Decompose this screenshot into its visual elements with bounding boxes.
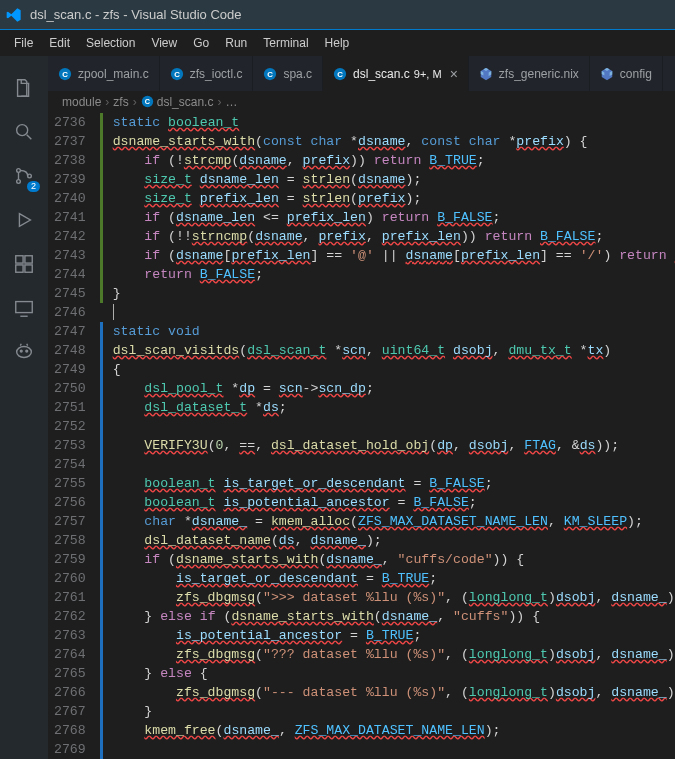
tab-config[interactable]: config (590, 56, 663, 91)
code-line[interactable]: dsl_scan_visitds(dsl_scan_t *scn, uint64… (113, 341, 675, 360)
code-line[interactable] (113, 455, 675, 474)
line-number: 2763 (54, 626, 86, 645)
chevron-right-icon: › (105, 95, 109, 109)
code-line[interactable]: if (!strcmp(dsname, prefix)) return B_TR… (113, 151, 675, 170)
menu-run[interactable]: Run (217, 33, 255, 53)
tab-zfs_generic-nix[interactable]: zfs_generic.nix (469, 56, 590, 91)
breadcrumb-item[interactable]: zfs (113, 95, 128, 109)
menu-view[interactable]: View (143, 33, 185, 53)
line-number: 2751 (54, 398, 86, 417)
code-line[interactable] (113, 740, 675, 759)
explorer-icon[interactable] (0, 66, 48, 110)
menu-edit[interactable]: Edit (41, 33, 78, 53)
code-line[interactable]: dsl_pool_t *dp = scn->scn_dp; (113, 379, 675, 398)
tab-zfs_ioctl-c[interactable]: Czfs_ioctl.c (160, 56, 254, 91)
debug-icon[interactable] (0, 198, 48, 242)
tab-dsl_scan-c[interactable]: Cdsl_scan.c9+, M× (323, 56, 469, 91)
scm-icon[interactable]: 2 (0, 154, 48, 198)
editor[interactable]: 2736273727382739274027412742274327442745… (48, 113, 675, 759)
tab-modified-indicator: 9+, M (414, 68, 442, 80)
line-number: 2736 (54, 113, 86, 132)
remote-icon[interactable] (0, 286, 48, 330)
code-line[interactable]: size_t dsname_len = strlen(dsname); (113, 170, 675, 189)
line-number: 2767 (54, 702, 86, 721)
code-line[interactable]: size_t prefix_len = strlen(prefix); (113, 189, 675, 208)
menu-terminal[interactable]: Terminal (255, 33, 316, 53)
code-line[interactable]: zfs_dbgmsg("--- dataset %llu (%s)", (lon… (113, 683, 675, 702)
menu-go[interactable]: Go (185, 33, 217, 53)
line-number: 2768 (54, 721, 86, 740)
menu-file[interactable]: File (6, 33, 41, 53)
svg-point-1 (17, 169, 21, 173)
tab-label: config (620, 67, 652, 81)
code-line[interactable]: static boolean_t (113, 113, 675, 132)
tab-label: zfs_generic.nix (499, 67, 579, 81)
close-icon[interactable]: × (450, 66, 458, 82)
code-line[interactable]: } else if (dsname_starts_with(dsname_, "… (113, 607, 675, 626)
code-content[interactable]: static boolean_tdsname_starts_with(const… (103, 113, 675, 759)
code-line[interactable] (113, 303, 675, 322)
tab-spa-c[interactable]: Cspa.c (253, 56, 323, 91)
copilot-icon[interactable] (0, 330, 48, 374)
chevron-right-icon: › (133, 95, 137, 109)
breadcrumb[interactable]: module›zfs›Cdsl_scan.c›… (48, 91, 675, 113)
code-line[interactable]: if (dsname[prefix_len] == '@' || dsname[… (113, 246, 675, 265)
code-line[interactable]: } (113, 284, 675, 303)
menubar: FileEditSelectionViewGoRunTerminalHelp (0, 30, 675, 56)
line-number: 2754 (54, 455, 86, 474)
scm-badge: 2 (27, 181, 40, 192)
code-line[interactable]: if (dsname_starts_with(dsname_, "cuffs/c… (113, 550, 675, 569)
vscode-logo-icon (6, 7, 22, 23)
svg-text:C: C (62, 69, 68, 78)
extensions-icon[interactable] (0, 242, 48, 286)
breadcrumb-item[interactable]: module (62, 95, 101, 109)
breadcrumb-item[interactable]: Cdsl_scan.c (141, 95, 214, 109)
menu-help[interactable]: Help (317, 33, 358, 53)
line-number: 2769 (54, 740, 86, 759)
svg-rect-6 (16, 265, 23, 272)
breadcrumb-item[interactable]: … (225, 95, 237, 109)
code-line[interactable]: static void (113, 322, 675, 341)
code-line[interactable]: zfs_dbgmsg("??? dataset %llu (%s)", (lon… (113, 645, 675, 664)
titlebar: dsl_scan.c - zfs - Visual Studio Code (0, 0, 675, 30)
svg-text:C: C (268, 69, 274, 78)
tab-zpool_main-c[interactable]: Czpool_main.c (48, 56, 160, 91)
line-number: 2764 (54, 645, 86, 664)
code-line[interactable]: boolean_t is_potential_ancestor = B_FALS… (113, 493, 675, 512)
tab-label: zpool_main.c (78, 67, 149, 81)
code-line[interactable]: } (113, 702, 675, 721)
chevron-right-icon: › (217, 95, 221, 109)
svg-rect-7 (25, 265, 32, 272)
line-number: 2752 (54, 417, 86, 436)
line-number: 2759 (54, 550, 86, 569)
search-icon[interactable] (0, 110, 48, 154)
code-line[interactable]: return B_FALSE; (113, 265, 675, 284)
tab-label: zfs_ioctl.c (190, 67, 243, 81)
line-number: 2744 (54, 265, 86, 284)
code-line[interactable]: boolean_t is_target_or_descendant = B_FA… (113, 474, 675, 493)
tab-label: spa.c (283, 67, 312, 81)
code-line[interactable] (113, 417, 675, 436)
code-line[interactable]: kmem_free(dsname_, ZFS_MAX_DATASET_NAME_… (113, 721, 675, 740)
code-line[interactable]: } else { (113, 664, 675, 683)
menu-selection[interactable]: Selection (78, 33, 143, 53)
svg-rect-5 (25, 256, 32, 263)
code-line[interactable]: dsl_dataset_name(ds, dsname_); (113, 531, 675, 550)
line-number: 2739 (54, 170, 86, 189)
line-number: 2745 (54, 284, 86, 303)
code-line[interactable]: is_potential_ancestor = B_TRUE; (113, 626, 675, 645)
svg-text:C: C (145, 97, 151, 106)
code-line[interactable]: dsl_dataset_t *ds; (113, 398, 675, 417)
code-line[interactable]: if (dsname_len <= prefix_len) return B_F… (113, 208, 675, 227)
line-number: 2765 (54, 664, 86, 683)
code-line[interactable]: zfs_dbgmsg(">>> dataset %llu (%s)", (lon… (113, 588, 675, 607)
code-line[interactable]: dsname_starts_with(const char *dsname, c… (113, 132, 675, 151)
code-line[interactable]: { (113, 360, 675, 379)
line-number: 2760 (54, 569, 86, 588)
code-line[interactable]: if (!!strncmp(dsname, prefix, prefix_len… (113, 227, 675, 246)
code-line[interactable]: is_target_or_descendant = B_TRUE; (113, 569, 675, 588)
code-line[interactable]: char *dsname_ = kmem_alloc(ZFS_MAX_DATAS… (113, 512, 675, 531)
activitybar: 2 (0, 56, 48, 759)
code-line[interactable]: VERIFY3U(0, ==, dsl_dataset_hold_obj(dp,… (113, 436, 675, 455)
line-number: 2742 (54, 227, 86, 246)
